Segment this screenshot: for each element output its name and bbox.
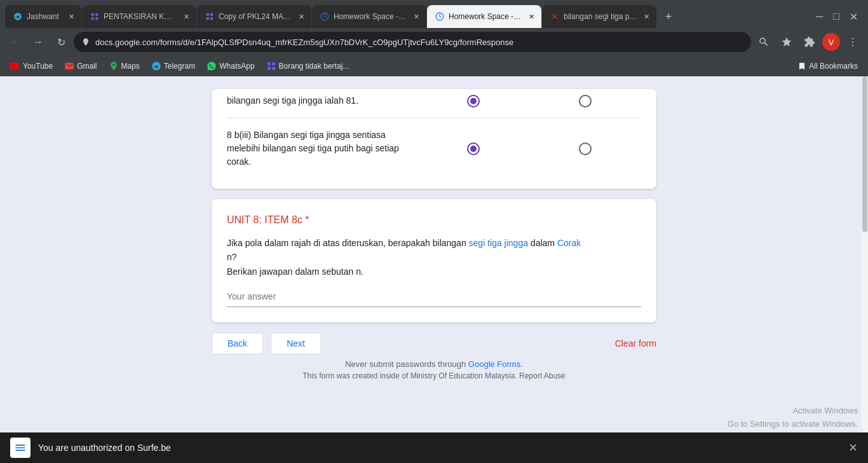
tab-bilangan[interactable]: bilangan segi tiga pu... ✕ <box>542 5 656 28</box>
form-footer: Never submit passwords through Google Fo… <box>212 359 656 369</box>
svg-rect-7 <box>210 17 213 20</box>
search-icon-button[interactable] <box>754 32 774 52</box>
radio-col-8biii-1 <box>417 142 529 155</box>
surfe-logo <box>10 438 31 458</box>
google-forms-link[interactable]: Google Forms <box>468 359 520 369</box>
tab-pentaksiran[interactable]: PENTAKSIRAN KOMP... ✕ <box>82 5 196 28</box>
tab-copy-label: Copy of PKL24 MATE... <box>219 12 292 21</box>
reload-button[interactable]: ↻ <box>51 32 71 52</box>
user-avatar[interactable]: V <box>822 33 840 51</box>
radio-partial-2[interactable] <box>579 95 592 107</box>
radio-partial-1-selected[interactable] <box>467 95 480 107</box>
bookmarks-bar: YouTube Gmail Maps Telegram WhatsApp Bor… <box>0 56 868 76</box>
scrollbar-thumb[interactable] <box>862 76 867 232</box>
bookmark-whatsapp[interactable]: WhatsApp <box>201 60 259 73</box>
scrollbar-track[interactable] <box>862 76 868 463</box>
forward-nav-button[interactable]: → <box>28 32 48 52</box>
form-actions: Back Next Clear form <box>212 333 656 354</box>
radio-col-partial-1 <box>417 95 529 107</box>
bilangan-tab-icon <box>550 11 560 22</box>
bookmark-maps-label: Maps <box>121 62 140 71</box>
report-abuse-link[interactable]: Report Abuse <box>519 371 566 380</box>
new-tab-button[interactable]: + <box>660 8 677 25</box>
tab-pentaksiran-label: PENTAKSIRAN KOMP... <box>104 12 177 21</box>
surfe-text: You are unauthorized on Surfe.be <box>38 443 841 453</box>
next-button[interactable]: Next <box>271 333 321 354</box>
tab-homework2-label: Homework Space - S... <box>449 12 522 21</box>
tab-homework1-close[interactable]: ✕ <box>411 11 421 22</box>
all-bookmarks-button[interactable]: All Bookmarks <box>792 60 863 72</box>
form-footer-sub: This form was created inside of Ministry… <box>212 371 656 380</box>
close-button[interactable]: ✕ <box>850 11 858 23</box>
question-partial-card: bilangan segi tiga jingga ialah 81. 8 b(… <box>212 89 656 189</box>
tab-bilangan-label: bilangan segi tiga pu... <box>564 12 637 21</box>
bookmark-borang[interactable]: Borang tidak bertaj... <box>261 60 355 73</box>
tab-homework1-label: Homework Space - S... <box>334 12 407 21</box>
back-button[interactable]: Back <box>212 333 263 354</box>
tab-pentaksiran-close[interactable]: ✕ <box>181 11 191 22</box>
tab-homework2[interactable]: Homework Space - S... ✕ <box>427 5 541 28</box>
address-bar[interactable]: docs.google.com/forms/d/e/1FAlpQLSfPDsn4… <box>74 32 751 52</box>
bookmark-telegram[interactable]: Telegram <box>146 60 200 73</box>
clear-form-button[interactable]: Clear form <box>615 338 656 349</box>
bookmark-borang-label: Borang tidak bertaj... <box>279 62 349 71</box>
tab-bar: Jashwant ✕ PENTAKSIRAN KOMP... ✕ Copy of… <box>0 0 868 28</box>
answer-row-partial: bilangan segi tiga jingga ialah 81. <box>227 89 641 113</box>
svg-rect-3 <box>95 17 98 20</box>
maximize-button[interactable]: □ <box>833 11 839 22</box>
tab-jashwant-close[interactable]: ✕ <box>66 11 76 22</box>
divider-partial <box>227 118 641 118</box>
answer-input[interactable] <box>227 289 641 304</box>
bookmark-youtube[interactable]: YouTube <box>5 60 58 73</box>
tab-homework1[interactable]: Homework Space - S... ✕ <box>312 5 426 28</box>
tab-bilangan-close[interactable]: ✕ <box>641 11 651 22</box>
bookmark-maps[interactable]: Maps <box>104 60 145 73</box>
telegram-tab-icon <box>13 11 23 22</box>
svg-point-10 <box>852 38 853 39</box>
svg-rect-2 <box>92 17 94 20</box>
extension-icon-button[interactable] <box>799 32 820 52</box>
svg-rect-5 <box>210 13 213 16</box>
radio-col-8biii-2 <box>529 142 641 155</box>
tab-jashwant-label: Jashwant <box>27 12 62 21</box>
bookmark-youtube-label: YouTube <box>23 62 53 71</box>
all-bookmarks-label: All Bookmarks <box>809 62 858 71</box>
minimize-button[interactable]: ─ <box>816 11 823 22</box>
bookmark-gmail[interactable]: Gmail <box>59 60 102 73</box>
radio-8biii-1-selected[interactable] <box>467 142 480 155</box>
radio-col-partial-2 <box>529 95 641 107</box>
svg-rect-15 <box>268 67 271 70</box>
svg-point-12 <box>852 45 853 46</box>
svg-rect-4 <box>207 13 209 16</box>
question-8c-title-text: UNIT 8: ITEM 8c <box>227 214 302 225</box>
surfe-banner: You are unauthorized on Surfe.be ✕ <box>0 432 868 463</box>
radio-partial-1-inner <box>470 98 477 104</box>
copy-tab-icon <box>205 11 215 22</box>
radio-8biii-1-inner <box>470 146 477 152</box>
bookmark-telegram-label: Telegram <box>164 62 195 71</box>
answer-input-wrapper <box>227 286 641 307</box>
tab-copy-close[interactable]: ✕ <box>296 11 306 22</box>
tab-copy-pkl24[interactable]: Copy of PKL24 MATE... ✕ <box>197 5 311 28</box>
toolbar: ← → ↻ docs.google.com/forms/d/e/1FAlpQLS… <box>0 28 868 56</box>
menu-icon-button[interactable] <box>843 32 863 52</box>
surfe-close-button[interactable]: ✕ <box>848 441 858 455</box>
svg-rect-1 <box>95 13 98 16</box>
svg-rect-16 <box>272 67 275 70</box>
answer-text-8biii: 8 b(iii) Bilangan segi tiga jingga senti… <box>227 128 417 169</box>
window-controls: ─ □ ✕ <box>816 11 863 23</box>
question-8c-card: UNIT 8: ITEM 8c * Jika pola dalam rajah … <box>212 199 656 322</box>
svg-rect-13 <box>268 62 271 66</box>
form-container: bilangan segi tiga jingga ialah 81. 8 b(… <box>212 76 656 393</box>
tab-homework2-close[interactable]: ✕ <box>526 11 536 22</box>
star-icon-button[interactable] <box>776 32 797 52</box>
svg-rect-0 <box>92 13 94 16</box>
grid-tab-icon <box>90 11 100 22</box>
bookmark-gmail-label: Gmail <box>77 62 97 71</box>
url-display: docs.google.com/forms/d/e/1FAlpQLSfPDsn4… <box>95 38 743 47</box>
bookmark-whatsapp-label: WhatsApp <box>219 62 254 71</box>
tab-jashwant[interactable]: Jashwant ✕ <box>5 5 81 28</box>
radio-8biii-2[interactable] <box>579 142 592 155</box>
answer-row-8biii: 8 b(iii) Bilangan segi tiga jingga senti… <box>227 123 641 174</box>
back-nav-button[interactable]: ← <box>5 32 25 52</box>
